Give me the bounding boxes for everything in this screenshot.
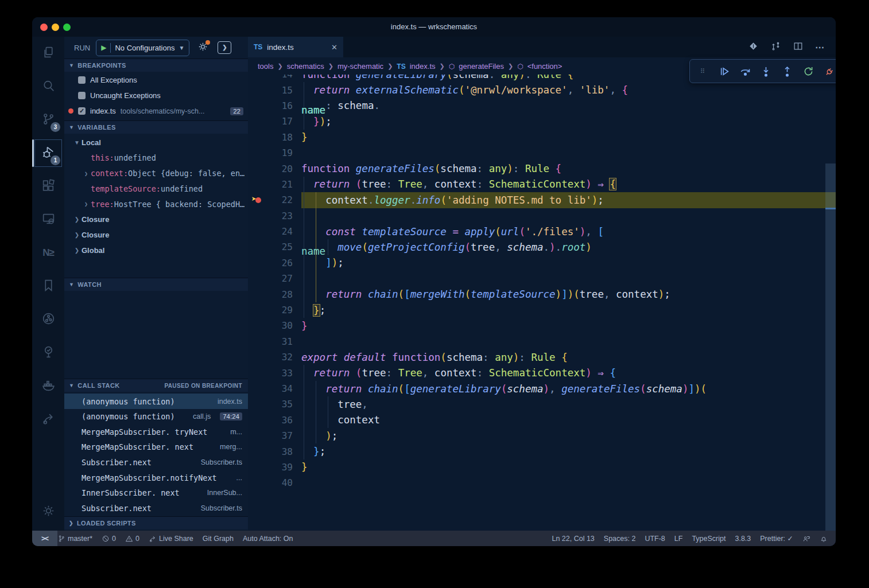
chevron-right-icon[interactable]: ❯ (82, 201, 91, 207)
open-changes-icon[interactable] (748, 41, 759, 54)
breadcrumb-item[interactable]: tools (258, 62, 273, 71)
more-actions-icon[interactable]: ⋯ (815, 42, 825, 53)
status-ln-22-col-13[interactable]: Ln 22, Col 13 (552, 535, 594, 543)
chevron-right-icon[interactable]: ❯ (72, 247, 82, 254)
variable-row[interactable]: ❯tree: HostTree {_backend: ScopedH… (64, 196, 248, 212)
bookmarks-icon[interactable] (32, 270, 64, 303)
call-stack-frame[interactable]: MergeMapSubscriber.notifyNext... (64, 470, 248, 485)
call-stack-frame[interactable]: MergeMapSubscriber._tryNextm... (64, 424, 248, 439)
breadcrumb-item[interactable]: schematics (287, 62, 324, 71)
search-icon[interactable] (32, 70, 64, 103)
live-share-icon[interactable] (32, 403, 64, 436)
variable-scope-closure[interactable]: ❯Closure (64, 227, 248, 243)
call-stack-frame[interactable]: MergeMapSubscriber._nextmerg... (64, 439, 248, 455)
status-lf[interactable]: LF (674, 535, 683, 543)
line-content (301, 475, 836, 490)
status-auto-attach-on[interactable]: Auto Attach: On (243, 535, 293, 543)
loaded-scripts-header[interactable]: ❯LOADED SCRIPTS (64, 516, 248, 529)
step-over-icon[interactable] (736, 63, 754, 80)
settings-gear-icon[interactable] (32, 494, 64, 527)
chevron-right-icon[interactable]: ❯ (72, 216, 82, 223)
chevron-right-icon[interactable]: ❯ (82, 170, 91, 177)
chevron-down-icon[interactable]: ▼ (72, 139, 82, 146)
disconnect-icon[interactable] (821, 63, 836, 80)
call-stack-frame[interactable]: Subscriber.nextSubscriber.ts (64, 454, 248, 470)
call-stack-frame[interactable]: InnerSubscriber._nextInnerSub... (64, 485, 248, 501)
status-3-8-3[interactable]: 3.8.3 (735, 535, 751, 543)
breadcrumb-item[interactable]: <function> (527, 62, 562, 71)
watch-header[interactable]: ▼WATCH (64, 278, 248, 291)
title-bar[interactable]: index.ts — wrkschematics (32, 17, 836, 37)
run-configuration-dropdown[interactable]: ▶ No Configurations ▼ (96, 40, 189, 56)
token (301, 430, 325, 442)
call-stack-frame[interactable]: (anonymous function)call.js74:24 (64, 409, 248, 425)
breakpoint-item[interactable]: Uncaught Exceptions (64, 88, 248, 103)
status-spaces-2[interactable]: Spaces: 2 (604, 535, 636, 543)
start-debug-icon[interactable]: ▶ (101, 44, 106, 52)
status-0[interactable]: 0 (125, 535, 139, 543)
status-master-[interactable]: master* (57, 535, 92, 543)
explorer-icon[interactable] (32, 37, 64, 70)
status-0[interactable]: 0 (102, 535, 116, 543)
breakpoints-header[interactable]: ▼BREAKPOINTS (64, 59, 248, 72)
checkbox-unchecked[interactable] (78, 92, 86, 99)
scrollbar[interactable] (825, 75, 836, 531)
breadcrumb-item[interactable]: my-schematic (337, 62, 383, 71)
remote-indicator[interactable]: >< (32, 531, 57, 546)
code-editor[interactable]: 14function generateLibrary(schema: any):… (248, 75, 836, 531)
breadcrumb-separator: ❯ (387, 63, 393, 70)
compare-changes-icon[interactable] (770, 41, 781, 54)
status-feedback-icon[interactable] (802, 535, 810, 543)
breadcrumb-item[interactable]: index.ts (410, 62, 436, 71)
variable-scope-closure[interactable]: ❯Closure (64, 212, 248, 227)
status-utf-8[interactable]: UTF-8 (645, 535, 665, 543)
variable-row[interactable]: ❯context: Object {debug: false, en… (64, 166, 248, 181)
run-debug-icon[interactable]: 1 (32, 137, 64, 170)
call-stack-frame[interactable]: Subscriber.nextSubscriber.ts (64, 500, 248, 516)
source-control-icon[interactable]: 3 (32, 103, 64, 137)
indent-guide (316, 428, 316, 443)
token: SchematicContext (489, 367, 586, 379)
remote-explorer-icon[interactable] (32, 203, 64, 236)
token: url (501, 226, 519, 237)
token: , (568, 84, 580, 96)
git-graph-icon[interactable] (32, 303, 64, 336)
step-out-icon[interactable] (779, 63, 796, 80)
status-label: Spaces: 2 (604, 535, 636, 543)
call-stack-header[interactable]: ▼CALL STACKPAUSED ON BREAKPOINT (64, 379, 248, 392)
scrollbar-thumb[interactable] (825, 163, 836, 531)
status-prettier-[interactable]: Prettier: ✓ (760, 534, 793, 543)
token: ; (664, 289, 670, 300)
test-explorer-icon[interactable] (32, 336, 64, 369)
checkbox-checked[interactable]: ✓ (78, 107, 86, 115)
variable-row[interactable]: templateSource: undefined (64, 181, 248, 196)
variables-header[interactable]: ▼VARIABLES (64, 120, 248, 134)
docker-icon[interactable] (32, 369, 64, 403)
chevron-right-icon[interactable]: ❯ (72, 232, 82, 238)
status-git-graph[interactable]: Git Graph (203, 535, 234, 543)
nx-console-icon[interactable]: N≥ (32, 236, 64, 270)
debug-console-icon[interactable]: ❯ (218, 41, 231, 54)
scope-label: Closure (82, 215, 109, 224)
variable-row[interactable]: this: undefined (64, 150, 248, 166)
close-icon[interactable]: ✕ (331, 43, 337, 52)
configure-gear-icon[interactable] (197, 41, 208, 54)
variable-scope-global[interactable]: ❯Global (64, 243, 248, 258)
breakpoint-item[interactable]: ✓index.tstools/schematics/my-sch...22 (64, 103, 248, 119)
step-into-icon[interactable] (758, 63, 775, 80)
variable-scope-local[interactable]: ▼Local (64, 135, 248, 150)
restart-icon[interactable] (800, 63, 817, 80)
status-label: UTF-8 (645, 535, 665, 543)
call-stack-frame[interactable]: (anonymous function)index.ts (64, 394, 248, 409)
extensions-icon[interactable] (32, 170, 64, 203)
token: any (495, 352, 513, 363)
breakpoint-item[interactable]: All Exceptions (64, 72, 248, 88)
breadcrumb-item[interactable]: generateFiles (459, 62, 504, 71)
split-editor-icon[interactable] (793, 41, 804, 54)
tab-index-ts[interactable]: TS index.ts ✕ (248, 37, 343, 57)
continue-icon[interactable] (715, 63, 732, 80)
checkbox-unchecked[interactable] (78, 76, 86, 84)
status-typescript[interactable]: TypeScript (692, 535, 726, 543)
status-live-share[interactable]: Live Share (149, 535, 193, 543)
status-bell-icon[interactable] (820, 535, 828, 543)
